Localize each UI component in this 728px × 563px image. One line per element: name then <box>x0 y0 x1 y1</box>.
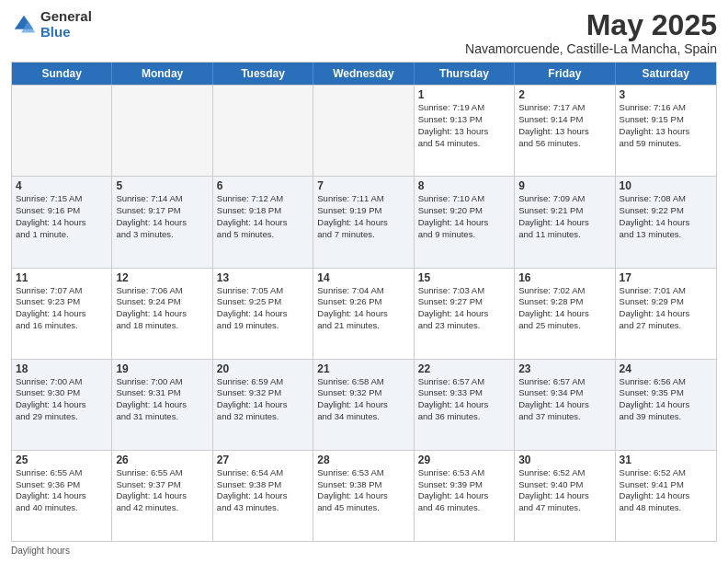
calendar: SundayMondayTuesdayWednesdayThursdayFrid… <box>11 62 717 542</box>
day-number: 17 <box>620 271 712 284</box>
calendar-cell: 28Sunrise: 6:53 AM Sunset: 9:38 PM Dayli… <box>313 451 414 541</box>
calendar-cell: 8Sunrise: 7:10 AM Sunset: 9:20 PM Daylig… <box>415 177 515 267</box>
day-info: Sunrise: 7:11 AM Sunset: 9:19 PM Dayligh… <box>317 193 409 240</box>
day-info: Sunrise: 7:04 AM Sunset: 9:26 PM Dayligh… <box>317 285 409 332</box>
calendar-cell: 25Sunrise: 6:55 AM Sunset: 9:36 PM Dayli… <box>12 451 112 541</box>
day-info: Sunrise: 6:59 AM Sunset: 9:32 PM Dayligh… <box>217 376 309 423</box>
day-info: Sunrise: 6:57 AM Sunset: 9:34 PM Dayligh… <box>518 376 610 423</box>
calendar-cell: 3Sunrise: 7:16 AM Sunset: 9:15 PM Daylig… <box>616 86 716 176</box>
day-of-week-header: Sunday <box>12 63 112 85</box>
day-info: Sunrise: 7:01 AM Sunset: 9:29 PM Dayligh… <box>620 285 712 332</box>
day-number: 26 <box>116 454 208 466</box>
logo-icon <box>11 12 37 38</box>
calendar-row: 11Sunrise: 7:07 AM Sunset: 9:23 PM Dayli… <box>12 268 716 359</box>
calendar-row: 1Sunrise: 7:19 AM Sunset: 9:13 PM Daylig… <box>12 85 716 176</box>
calendar-cell: 12Sunrise: 7:06 AM Sunset: 9:24 PM Dayli… <box>112 269 212 359</box>
day-number: 7 <box>317 179 409 192</box>
calendar-cell <box>213 86 313 176</box>
calendar-row: 4Sunrise: 7:15 AM Sunset: 9:16 PM Daylig… <box>12 176 716 267</box>
day-of-week-header: Tuesday <box>213 63 313 85</box>
calendar-header: SundayMondayTuesdayWednesdayThursdayFrid… <box>12 63 716 85</box>
day-info: Sunrise: 7:00 AM Sunset: 9:30 PM Dayligh… <box>16 376 108 423</box>
day-number: 11 <box>16 271 108 284</box>
calendar-row: 18Sunrise: 7:00 AM Sunset: 9:30 PM Dayli… <box>12 359 716 450</box>
day-info: Sunrise: 7:09 AM Sunset: 9:21 PM Dayligh… <box>518 193 610 240</box>
day-info: Sunrise: 7:05 AM Sunset: 9:25 PM Dayligh… <box>217 285 309 332</box>
calendar-cell: 17Sunrise: 7:01 AM Sunset: 9:29 PM Dayli… <box>616 269 716 359</box>
day-number: 23 <box>518 362 610 375</box>
day-number: 6 <box>217 179 309 192</box>
calendar-cell: 10Sunrise: 7:08 AM Sunset: 9:22 PM Dayli… <box>616 177 716 267</box>
day-number: 15 <box>418 271 510 284</box>
calendar-cell <box>112 86 212 176</box>
day-info: Sunrise: 6:54 AM Sunset: 9:38 PM Dayligh… <box>217 467 309 514</box>
day-number: 2 <box>518 88 610 101</box>
day-number: 5 <box>116 179 208 192</box>
title-block: May 2025 Navamorcuende, Castille-La Manc… <box>465 9 717 56</box>
day-info: Sunrise: 7:08 AM Sunset: 9:22 PM Dayligh… <box>620 193 712 240</box>
calendar-cell: 15Sunrise: 7:03 AM Sunset: 9:27 PM Dayli… <box>415 269 515 359</box>
logo-general: General <box>40 9 92 25</box>
day-number: 25 <box>16 454 108 466</box>
logo-blue: Blue <box>40 25 92 40</box>
subtitle: Navamorcuende, Castille-La Mancha, Spain <box>465 41 717 56</box>
day-number: 9 <box>518 179 610 192</box>
day-number: 30 <box>518 454 610 466</box>
day-of-week-header: Wednesday <box>313 63 414 85</box>
calendar-cell: 30Sunrise: 6:52 AM Sunset: 9:40 PM Dayli… <box>515 451 615 541</box>
calendar-cell: 22Sunrise: 6:57 AM Sunset: 9:33 PM Dayli… <box>415 360 515 450</box>
day-of-week-header: Saturday <box>616 63 716 85</box>
calendar-cell: 5Sunrise: 7:14 AM Sunset: 9:17 PM Daylig… <box>112 177 212 267</box>
day-info: Sunrise: 7:16 AM Sunset: 9:15 PM Dayligh… <box>620 102 712 149</box>
calendar-cell <box>313 86 414 176</box>
day-number: 27 <box>217 454 309 466</box>
day-number: 28 <box>317 454 409 466</box>
day-info: Sunrise: 6:58 AM Sunset: 9:32 PM Dayligh… <box>317 376 409 423</box>
day-of-week-header: Friday <box>515 63 615 85</box>
footer-note: Daylight hours <box>11 546 717 556</box>
month-title: May 2025 <box>465 9 717 41</box>
day-number: 13 <box>217 271 309 284</box>
day-number: 12 <box>116 271 208 284</box>
calendar-cell: 16Sunrise: 7:02 AM Sunset: 9:28 PM Dayli… <box>515 269 615 359</box>
calendar-cell: 2Sunrise: 7:17 AM Sunset: 9:14 PM Daylig… <box>515 86 615 176</box>
calendar-cell: 19Sunrise: 7:00 AM Sunset: 9:31 PM Dayli… <box>112 360 212 450</box>
day-info: Sunrise: 7:06 AM Sunset: 9:24 PM Dayligh… <box>116 285 208 332</box>
calendar-cell: 23Sunrise: 6:57 AM Sunset: 9:34 PM Dayli… <box>515 360 615 450</box>
day-info: Sunrise: 6:53 AM Sunset: 9:38 PM Dayligh… <box>317 467 409 514</box>
day-info: Sunrise: 6:53 AM Sunset: 9:39 PM Dayligh… <box>418 467 510 514</box>
logo-text: General Blue <box>40 9 92 40</box>
day-info: Sunrise: 7:07 AM Sunset: 9:23 PM Dayligh… <box>16 285 108 332</box>
calendar-cell: 29Sunrise: 6:53 AM Sunset: 9:39 PM Dayli… <box>415 451 515 541</box>
calendar-cell <box>12 86 112 176</box>
day-info: Sunrise: 7:10 AM Sunset: 9:20 PM Dayligh… <box>418 193 510 240</box>
day-number: 10 <box>620 179 712 192</box>
logo: General Blue <box>11 9 92 40</box>
day-info: Sunrise: 7:02 AM Sunset: 9:28 PM Dayligh… <box>518 285 610 332</box>
day-number: 8 <box>418 179 510 192</box>
calendar-cell: 4Sunrise: 7:15 AM Sunset: 9:16 PM Daylig… <box>12 177 112 267</box>
calendar-cell: 1Sunrise: 7:19 AM Sunset: 9:13 PM Daylig… <box>415 86 515 176</box>
calendar-cell: 21Sunrise: 6:58 AM Sunset: 9:32 PM Dayli… <box>313 360 414 450</box>
day-info: Sunrise: 7:12 AM Sunset: 9:18 PM Dayligh… <box>217 193 309 240</box>
calendar-cell: 26Sunrise: 6:55 AM Sunset: 9:37 PM Dayli… <box>112 451 212 541</box>
day-number: 14 <box>317 271 409 284</box>
day-number: 31 <box>620 454 712 466</box>
calendar-cell: 24Sunrise: 6:56 AM Sunset: 9:35 PM Dayli… <box>616 360 716 450</box>
day-number: 16 <box>518 271 610 284</box>
day-number: 1 <box>418 88 510 101</box>
day-info: Sunrise: 6:57 AM Sunset: 9:33 PM Dayligh… <box>418 376 510 423</box>
day-info: Sunrise: 7:19 AM Sunset: 9:13 PM Dayligh… <box>418 102 510 149</box>
day-number: 24 <box>620 362 712 375</box>
calendar-body: 1Sunrise: 7:19 AM Sunset: 9:13 PM Daylig… <box>12 85 716 541</box>
day-number: 19 <box>116 362 208 375</box>
day-info: Sunrise: 7:15 AM Sunset: 9:16 PM Dayligh… <box>16 193 108 240</box>
calendar-cell: 11Sunrise: 7:07 AM Sunset: 9:23 PM Dayli… <box>12 269 112 359</box>
calendar-cell: 13Sunrise: 7:05 AM Sunset: 9:25 PM Dayli… <box>213 269 313 359</box>
day-number: 4 <box>16 179 108 192</box>
calendar-cell: 27Sunrise: 6:54 AM Sunset: 9:38 PM Dayli… <box>213 451 313 541</box>
header: General Blue May 2025 Navamorcuende, Cas… <box>11 9 717 56</box>
calendar-cell: 31Sunrise: 6:52 AM Sunset: 9:41 PM Dayli… <box>616 451 716 541</box>
day-info: Sunrise: 6:55 AM Sunset: 9:36 PM Dayligh… <box>16 467 108 514</box>
day-number: 29 <box>418 454 510 466</box>
